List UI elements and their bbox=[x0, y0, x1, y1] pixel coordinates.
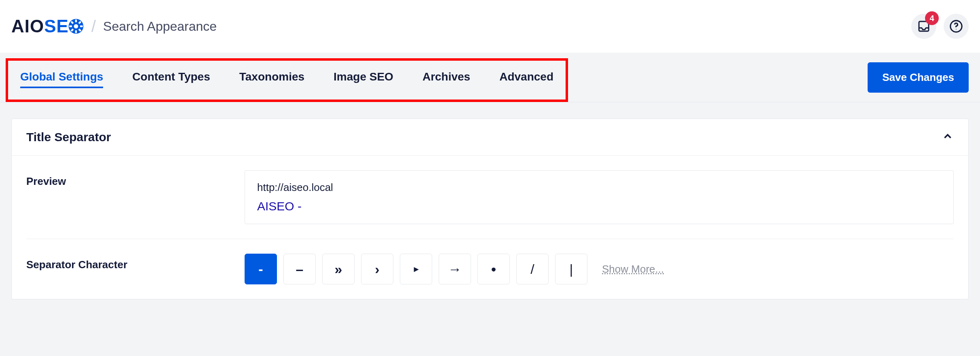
separator-label: Separator Character bbox=[26, 254, 245, 271]
preview-row: Preview http://aiseo.local AISEO - bbox=[26, 170, 954, 224]
preview-content: http://aiseo.local AISEO - bbox=[245, 170, 954, 224]
chevron-up-icon bbox=[942, 130, 954, 142]
tab-archives[interactable]: Archives bbox=[422, 70, 470, 88]
title-separator-card: Title Separator Preview http://aiseo.loc… bbox=[11, 119, 969, 299]
svg-point-1 bbox=[74, 24, 78, 29]
separator-bullet[interactable]: • bbox=[477, 254, 510, 284]
separator-rsaquo[interactable]: › bbox=[361, 254, 393, 284]
svg-point-12 bbox=[956, 29, 957, 30]
tab-image-seo[interactable]: Image SEO bbox=[334, 70, 393, 88]
tab-content-types[interactable]: Content Types bbox=[132, 70, 210, 88]
preview-box: http://aiseo.local AISEO - bbox=[245, 170, 954, 224]
svg-rect-2 bbox=[75, 19, 77, 22]
help-button[interactable] bbox=[944, 14, 969, 39]
preview-title: AISEO - bbox=[257, 199, 941, 213]
header-right: 4 bbox=[911, 14, 969, 39]
gear-icon bbox=[68, 18, 84, 34]
svg-rect-5 bbox=[80, 25, 83, 27]
card-title: Title Separator bbox=[26, 130, 111, 144]
logo-text-aio: AIO bbox=[11, 16, 44, 36]
separator-pipe[interactable]: | bbox=[555, 254, 587, 284]
separator-dash[interactable]: - bbox=[245, 254, 277, 284]
notifications-button[interactable]: 4 bbox=[911, 14, 936, 39]
breadcrumb-slash: / bbox=[91, 17, 96, 36]
tab-taxonomies[interactable]: Taxonomies bbox=[239, 70, 304, 88]
divider bbox=[26, 239, 954, 239]
tabs-row: Global Settings Content Types Taxonomies… bbox=[0, 53, 980, 102]
save-changes-button[interactable]: Save Changes bbox=[868, 62, 969, 93]
collapse-toggle[interactable] bbox=[942, 130, 954, 144]
tab-global-settings[interactable]: Global Settings bbox=[20, 70, 103, 88]
preview-label: Preview bbox=[26, 170, 245, 188]
separator-raquo[interactable]: » bbox=[322, 254, 355, 284]
show-more-link[interactable]: Show More... bbox=[602, 263, 664, 275]
preview-url: http://aiseo.local bbox=[257, 181, 941, 194]
header-left: AIO SE bbox=[11, 16, 217, 36]
separator-slash[interactable]: / bbox=[516, 254, 549, 284]
tab-advanced[interactable]: Advanced bbox=[499, 70, 553, 88]
svg-rect-4 bbox=[69, 25, 72, 27]
separator-row: Separator Character - – » › ▸ → • / | Sh… bbox=[26, 254, 954, 284]
page-title: Search Appearance bbox=[103, 19, 217, 34]
app-header: AIO SE bbox=[0, 0, 980, 53]
card-header: Title Separator bbox=[12, 119, 968, 156]
separator-triangle[interactable]: ▸ bbox=[400, 254, 432, 284]
logo-text-se: SE bbox=[44, 16, 69, 36]
card-body: Preview http://aiseo.local AISEO - Separ… bbox=[12, 156, 968, 299]
separator-options: - – » › ▸ → • / | Show More... bbox=[245, 254, 954, 284]
svg-rect-3 bbox=[75, 30, 77, 33]
notification-badge: 4 bbox=[925, 11, 939, 25]
logo-text-seo: SE bbox=[44, 16, 84, 36]
separator-endash[interactable]: – bbox=[283, 254, 316, 284]
logo: AIO SE bbox=[11, 16, 84, 36]
tabs-list: Global Settings Content Types Taxonomies… bbox=[6, 58, 568, 102]
separator-arrow[interactable]: → bbox=[439, 254, 471, 284]
